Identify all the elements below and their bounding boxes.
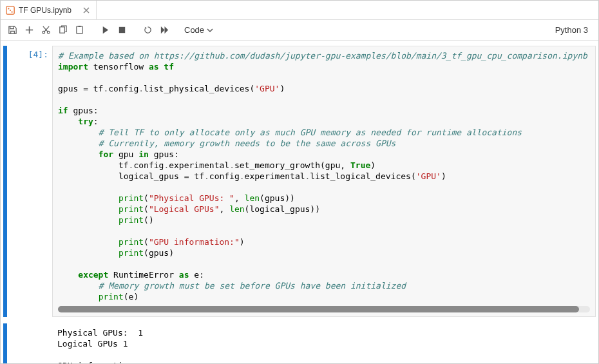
insert-cell-button[interactable] bbox=[23, 24, 35, 37]
cut-button[interactable] bbox=[39, 24, 52, 37]
copy-button[interactable] bbox=[56, 24, 69, 37]
restart-run-all-button[interactable] bbox=[158, 24, 171, 37]
svg-rect-9 bbox=[119, 27, 124, 33]
tab-label: TF GPUs.ipynb bbox=[19, 6, 71, 15]
svg-point-4 bbox=[42, 31, 44, 34]
notebook-toolbar: Code Python 3 bbox=[1, 20, 598, 41]
output-prompt bbox=[11, 323, 52, 363]
cell-type-label: Code bbox=[184, 25, 204, 35]
svg-rect-7 bbox=[76, 26, 82, 34]
output-cell: Physical GPUs: 1 Logical GPUs 1 GPU info… bbox=[3, 323, 596, 363]
notebook-icon bbox=[6, 6, 15, 15]
cell-run-indicator bbox=[3, 46, 7, 317]
save-button[interactable] bbox=[6, 24, 19, 37]
cell-type-select[interactable]: Code bbox=[180, 23, 218, 37]
chevron-down-icon bbox=[207, 27, 213, 34]
svg-point-1 bbox=[8, 8, 9, 9]
scrollbar-thumb[interactable] bbox=[58, 306, 579, 312]
kernel-name[interactable]: Python 3 bbox=[550, 25, 593, 35]
notebook-area: [4]: # Example based on https://github.c… bbox=[1, 41, 598, 363]
cell-output: Physical GPUs: 1 Logical GPUs 1 GPU info… bbox=[52, 323, 596, 363]
svg-point-5 bbox=[47, 31, 50, 34]
paste-button[interactable] bbox=[73, 24, 86, 37]
stop-button[interactable] bbox=[115, 24, 128, 37]
svg-point-2 bbox=[10, 9, 11, 10]
notebook-tab[interactable]: TF GPUs.ipynb bbox=[1, 1, 97, 19]
code-cell[interactable]: [4]: # Example based on https://github.c… bbox=[3, 46, 596, 317]
tab-bar: TF GPUs.ipynb bbox=[1, 1, 598, 20]
horizontal-scrollbar[interactable] bbox=[58, 306, 590, 312]
svg-rect-8 bbox=[78, 26, 81, 27]
cell-run-indicator bbox=[3, 323, 7, 363]
code-editor[interactable]: # Example based on https://github.com/du… bbox=[52, 46, 596, 317]
svg-point-3 bbox=[12, 11, 13, 12]
close-icon[interactable] bbox=[82, 6, 91, 15]
restart-button[interactable] bbox=[141, 24, 154, 37]
run-button[interactable] bbox=[99, 24, 111, 37]
svg-rect-6 bbox=[59, 27, 64, 33]
input-prompt: [4]: bbox=[11, 46, 52, 317]
